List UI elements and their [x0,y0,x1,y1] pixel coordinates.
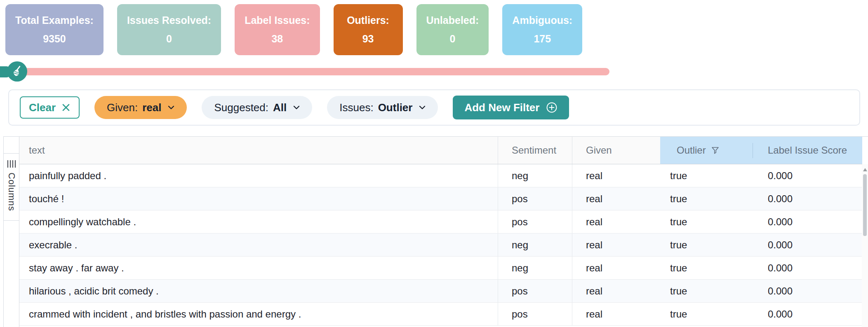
table-row[interactable]: stay away . far away . neg real true 0.0… [19,257,866,280]
slider-handle[interactable] [7,61,27,82]
stat-card-value: 175 [534,33,551,45]
cell-given: real [572,210,660,233]
table-row[interactable]: crammed with incident , and bristles wit… [19,303,866,326]
vertical-scrollbar[interactable] [862,164,868,327]
stat-card-label: Ambiguous: [512,14,572,26]
filter-pill-suggested[interactable]: Suggested: All [202,96,312,119]
cell-label-issue-score: 0.000 [753,187,862,210]
slider-track [17,68,609,75]
cell-outlier: true [660,164,753,187]
chevron-down-icon [293,105,300,110]
cell-text: hilarious , acidic brit comedy . [19,280,498,302]
cell-text: painfully padded . [19,164,498,187]
filter-pill-name: Issues: [339,101,373,114]
clear-button-label: Clear [29,101,56,114]
stat-card-total-examples[interactable]: Total Examples: 9350 [5,4,104,55]
table-row[interactable]: compellingly watchable . pos real true 0… [19,210,866,234]
stat-card-issues-resolved[interactable]: Issues Resolved: 0 [117,4,221,55]
column-header-text[interactable]: text [19,137,498,164]
cell-label-issue-score: 0.000 [753,234,862,256]
filter-bar: Clear Given: real Suggested: All Issues:… [8,89,860,126]
stat-card-label: Unlabeled: [426,14,479,26]
stat-card-outliers[interactable]: Outliers: 93 [334,4,403,55]
filter-pill-value: Outlier [378,101,413,114]
cell-given: real [572,303,660,325]
stat-card-value: 93 [362,33,374,45]
cell-sentiment: pos [498,303,572,325]
cell-sentiment: neg [498,164,572,187]
stat-card-value: 0 [449,33,455,45]
chevron-down-icon [168,105,174,110]
scrollbar-thumb[interactable] [863,174,867,236]
columns-panel-label: Columns [6,173,17,211]
cell-text: stay away . far away . [19,257,498,279]
cell-sentiment: neg [498,257,572,279]
filter-pill-name: Suggested: [214,101,268,114]
cell-outlier: true [660,187,753,210]
table-row[interactable]: hilarious , acidic brit comedy . pos rea… [19,280,866,303]
filter-pill-given[interactable]: Given: real [94,96,187,119]
cell-label-issue-score: 0.000 [753,303,862,325]
add-new-filter-button[interactable]: Add New Filter [453,96,569,119]
grip-icon [7,160,16,168]
add-button-label: Add New Filter [464,101,539,114]
stat-card-label: Issues Resolved: [127,14,211,26]
table-row[interactable]: painfully padded . neg real true 0.000 [19,164,866,187]
cell-text: crammed with incident , and bristles wit… [19,303,498,325]
clear-filters-button[interactable]: Clear [20,96,80,119]
stat-card-label: Total Examples: [15,14,94,26]
stat-card-value: 38 [271,33,283,45]
cell-sentiment: pos [498,210,572,233]
filter-pill-issues[interactable]: Issues: Outlier [327,96,438,119]
stat-card-unlabeled[interactable]: Unlabeled: 0 [416,4,489,55]
stat-card-value: 0 [166,33,172,45]
stat-card-label: Outliers: [347,14,389,26]
stat-card-ambiguous[interactable]: Ambiguous: 175 [502,4,582,55]
table-body: painfully padded . neg real true 0.000 t… [19,164,866,327]
cleaning-progress-slider [0,61,610,82]
cell-label-issue-score: 0.000 [753,164,862,187]
stat-card-label-issues[interactable]: Label Issues: 38 [235,4,320,55]
scroll-up-icon[interactable] [863,168,867,171]
column-header-outlier[interactable]: Outlier [660,137,753,164]
filter-funnel-icon [711,147,719,154]
filter-pill-name: Given: [107,101,138,114]
cell-text: touché ! [19,187,498,210]
stat-card-label: Label Issues: [245,14,310,26]
tool-panel-strip: Columns [4,137,19,327]
cell-label-issue-score: 0.000 [753,210,862,233]
chevron-down-icon [419,105,426,110]
stats-row: Total Examples: 9350 Issues Resolved: 0 … [5,4,582,55]
column-header-given[interactable]: Given [572,137,660,164]
broom-icon [11,65,24,78]
cell-label-issue-score: 0.000 [753,257,862,279]
plus-circle-icon [546,102,557,113]
column-header-sentiment[interactable]: Sentiment [498,137,572,164]
header-divider [753,143,753,158]
cell-text: execrable . [19,234,498,256]
columns-panel-tab[interactable]: Columns [4,153,19,221]
cell-text: compellingly watchable . [19,210,498,233]
cell-given: real [572,187,660,210]
stat-card-value: 9350 [43,33,66,45]
cell-label-issue-score: 0.000 [753,280,862,302]
cell-sentiment: pos [498,280,572,302]
cell-outlier: true [660,234,753,256]
cell-outlier: true [660,257,753,279]
cell-given: real [572,280,660,302]
table-row[interactable]: execrable . neg real true 0.000 [19,234,866,257]
filter-pill-value: real [142,101,161,114]
cell-outlier: true [660,210,753,233]
cell-sentiment: neg [498,234,572,256]
table-row[interactable]: touché ! pos real true 0.000 [19,187,866,210]
cell-outlier: true [660,303,753,325]
column-header-label-issue-score[interactable]: Label Issue Score [753,137,862,164]
cell-outlier: true [660,280,753,302]
data-grid: Columns text Sentiment Given Outlier Lab… [3,136,868,327]
filter-pill-value: All [273,101,287,114]
close-icon [61,103,71,112]
cell-given: real [572,257,660,279]
cell-given: real [572,234,660,256]
table-header-row: text Sentiment Given Outlier Label Issue… [19,137,862,164]
active-filter-pills: Given: real Suggested: All Issues: Outli… [94,96,438,119]
